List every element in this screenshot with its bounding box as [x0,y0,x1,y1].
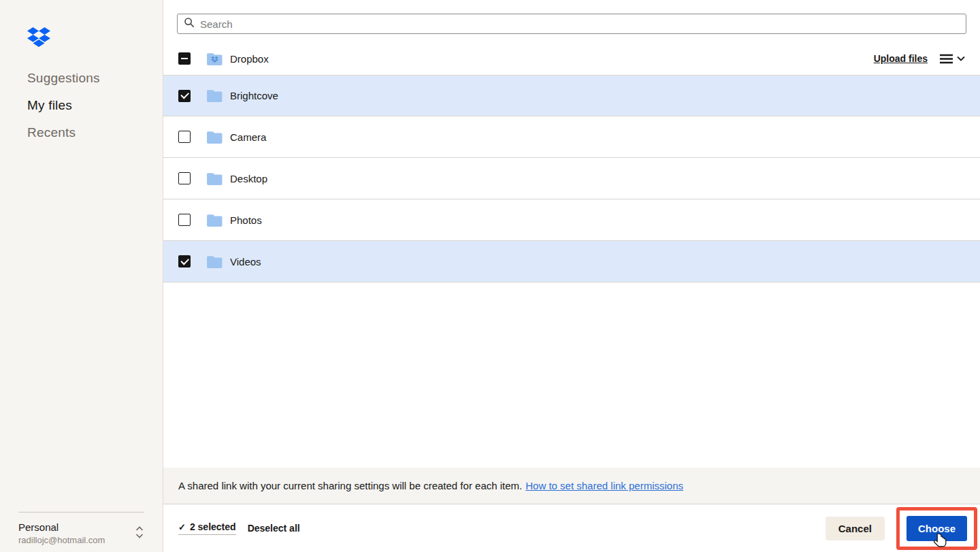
root-checkbox-indeterminate[interactable] [178,52,191,65]
shared-link-permissions-link[interactable]: How to set shared link permissions [525,480,683,491]
sidebar-item-recents[interactable]: Recents [0,119,163,146]
shared-link-message: A shared link with your current sharing … [178,480,522,491]
dropbox-logo-icon [27,27,50,47]
account-email: radillojc@hotmail.com [18,535,105,545]
folder-row-camera[interactable]: Camera [163,116,980,158]
sidebar-nav: Suggestions My files Recents [0,65,163,146]
list-view-icon [940,54,953,64]
folder-icon [206,88,223,103]
dropbox-root-folder-icon [206,52,223,66]
folder-icon [206,255,223,269]
dropbox-chooser-window: Suggestions My files Recents Personal ra… [0,0,980,552]
folder-icon [206,172,223,186]
checkbox-unchecked[interactable] [178,131,191,143]
checkbox-unchecked[interactable] [178,172,191,184]
empty-list-area [163,282,980,468]
deselect-all-button[interactable]: Deselect all [248,523,300,534]
action-footer: ✓ 2 selected Deselect all Cancel Choose [163,504,980,552]
search-icon [184,17,200,31]
sidebar-item-suggestions[interactable]: Suggestions [0,65,163,92]
folder-row-brightcove[interactable]: Brightcove [163,75,980,116]
root-folder-label: Dropbox [230,53,269,65]
upload-files-link[interactable]: Upload files [874,53,928,64]
chevron-down-icon [957,56,965,61]
folder-icon [206,213,223,227]
selection-count-label: 2 selected [190,521,236,532]
check-icon: ✓ [178,522,186,532]
sidebar: Suggestions My files Recents Personal ra… [0,0,163,552]
account-name: Personal [18,521,105,533]
selection-count: ✓ 2 selected [178,521,236,535]
checkbox-checked[interactable] [178,90,191,102]
search-input[interactable] [200,18,960,30]
folder-icon [206,130,223,144]
choose-button[interactable]: Choose [906,516,967,541]
sidebar-item-my-files[interactable]: My files [0,92,163,119]
folder-name: Desktop [230,173,267,184]
folder-name: Camera [230,131,266,143]
folder-row-desktop[interactable]: Desktop [163,158,980,199]
cancel-button[interactable]: Cancel [826,517,885,540]
annotation-highlight-box: Choose [896,507,977,550]
view-options-button[interactable] [940,54,965,64]
file-picker-main: Dropbox Upload files [163,0,980,552]
folder-row-videos[interactable]: Videos [163,241,980,282]
account-switcher[interactable]: Personal radillojc@hotmail.com [18,512,144,545]
search-bar [177,14,966,34]
shared-link-info-bar: A shared link with your current sharing … [163,468,980,504]
checkbox-unchecked[interactable] [178,214,191,226]
folder-name: Photos [230,214,262,226]
folder-name: Videos [230,256,261,267]
folder-name: Brightcove [230,90,278,101]
folder-row-photos[interactable]: Photos [163,199,980,241]
account-switcher-chevrons-icon[interactable] [135,525,144,542]
checkbox-checked[interactable] [178,255,191,267]
folder-list: Brightcove Camera Desktop [163,75,980,282]
account-info: Personal radillojc@hotmail.com [18,521,105,545]
dropbox-glyph-icon [211,56,218,63]
root-folder-row[interactable]: Dropbox Upload files [163,34,980,75]
